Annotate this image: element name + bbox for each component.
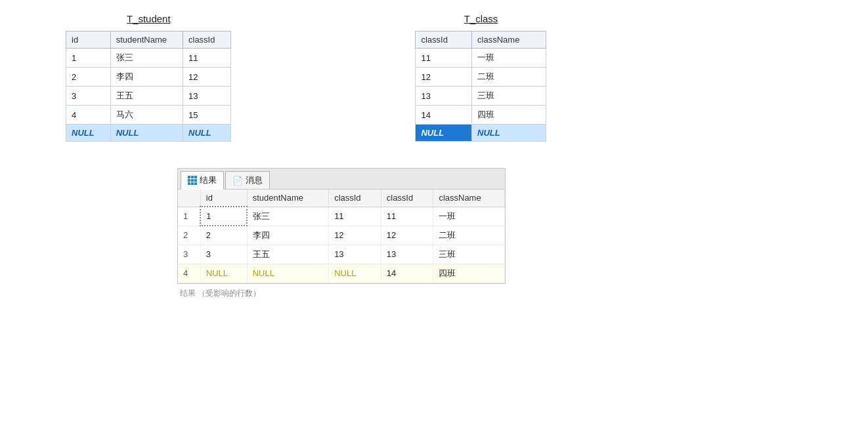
bottom-note: 结果 （受影响的行数） — [180, 288, 855, 299]
t-class-title: T_class — [464, 13, 498, 24]
table-row: 4 NULL NULL NULL 14 四班 — [178, 264, 505, 283]
col-studentname: studentName — [247, 190, 328, 207]
null-row: NULL NULL NULL — [66, 125, 231, 142]
col-classid2: classId — [381, 190, 433, 207]
col-id: id — [200, 190, 247, 207]
table-row: 3 3 王五 13 13 三班 — [178, 245, 505, 264]
table-row: 1 1 张三 11 11 一班 — [178, 207, 505, 226]
table-row: 12 二班 — [416, 68, 546, 87]
t-student-table: id studentName classId 1 张三 11 2 李四 12 3 — [66, 31, 231, 142]
table-row: 2 2 李四 12 12 二班 — [178, 226, 505, 245]
result-panel: 结果 📄 消息 id studentName classId classId c… — [177, 168, 506, 284]
table-row: 11 一班 — [416, 49, 546, 68]
table-row: 3 王五 13 — [66, 87, 231, 106]
col-classid: classId — [416, 31, 472, 49]
table-row: 2 李四 12 — [66, 68, 231, 87]
col-rownum — [178, 190, 200, 207]
doc-icon: 📄 — [232, 176, 243, 186]
tab-result-label: 结果 — [200, 174, 217, 186]
table-row: 14 四班 — [416, 106, 546, 125]
table-row: 13 三班 — [416, 87, 546, 106]
result-section: 结果 📄 消息 id studentName classId classId c… — [177, 168, 855, 299]
col-classid1: classId — [329, 190, 381, 207]
col-classname: className — [433, 190, 505, 207]
result-tabs: 结果 📄 消息 — [178, 169, 505, 190]
col-classid: classId — [183, 31, 231, 49]
grid-icon — [188, 176, 197, 185]
null-row: NULL NULL — [416, 125, 546, 142]
table-row: 1 张三 11 — [66, 49, 231, 68]
result-content: id studentName classId classId className… — [178, 190, 505, 283]
t-student-title: T_student — [127, 13, 171, 24]
col-classname: className — [472, 31, 546, 49]
tab-result[interactable]: 结果 — [181, 171, 224, 190]
result-table: id studentName classId classId className… — [178, 190, 505, 283]
tab-message-label: 消息 — [246, 174, 263, 186]
top-tables-section: T_student id studentName classId 1 张三 11… — [13, 13, 855, 142]
t-class-table: classId className 11 一班 12 二班 13 三班 — [415, 31, 546, 142]
tab-message[interactable]: 📄 消息 — [225, 171, 270, 189]
col-studentname: studentName — [110, 31, 183, 49]
t-student-block: T_student id studentName classId 1 张三 11… — [66, 13, 231, 142]
table-row: 4 马六 15 — [66, 106, 231, 125]
col-id: id — [66, 31, 111, 49]
t-class-block: T_class classId className 11 一班 12 二班 13 — [415, 13, 546, 142]
